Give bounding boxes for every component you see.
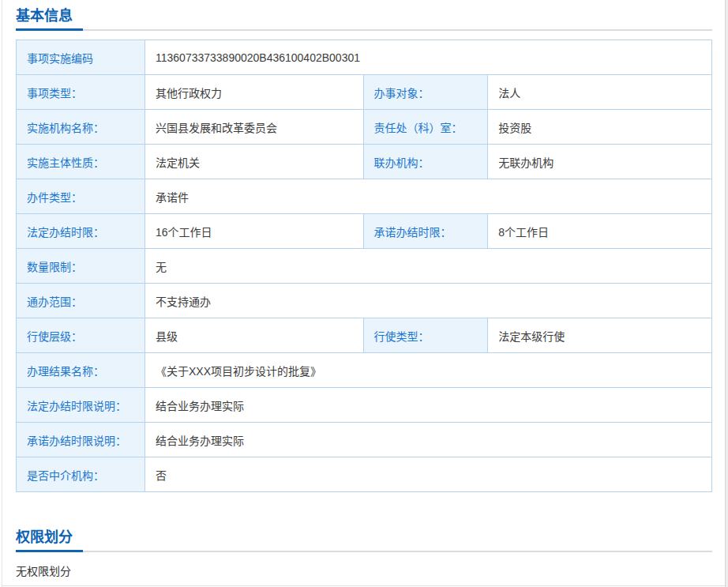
field-value: 法定本级行使 bbox=[488, 318, 712, 353]
field-value: 8个工作日 bbox=[488, 214, 712, 249]
row-subject-nature: 实施主体性质： 法定机关 联办机构： 无联办机构 bbox=[17, 145, 712, 179]
field-value: 不支持通办 bbox=[144, 284, 711, 318]
row-exercise-level: 行使层级： 县级 行使类型： 法定本级行使 bbox=[17, 318, 712, 353]
field-label: 法定办结时限说明： bbox=[17, 388, 145, 423]
row-processing-type: 办件类型： 承诺件 bbox=[17, 179, 712, 214]
row-quantity-limit: 数量限制： 无 bbox=[17, 249, 712, 284]
row-item-code: 事项实施编码 11360733733890020B436100402B00301 bbox=[17, 40, 712, 75]
field-value: 16个工作日 bbox=[144, 214, 363, 249]
field-value: 兴国县发展和改革委员会 bbox=[144, 110, 363, 145]
field-value: 县级 bbox=[144, 318, 363, 353]
field-value: 投资股 bbox=[488, 110, 712, 145]
field-label: 数量限制： bbox=[17, 249, 145, 284]
row-promised-limit-note: 承诺办结时限说明： 结合业务办理实际 bbox=[17, 423, 712, 457]
section-title-permission: 权限划分 bbox=[16, 521, 712, 552]
field-label: 承诺办结时限说明： bbox=[17, 423, 145, 457]
field-value: 结合业务办理实际 bbox=[144, 388, 711, 423]
field-label: 事项类型： bbox=[17, 75, 145, 110]
field-label: 实施主体性质： bbox=[17, 145, 145, 179]
section-basic-info: 基本信息 事项实施编码 11360733733890020B436100402B… bbox=[16, 0, 712, 492]
field-label: 办件类型： bbox=[17, 179, 145, 214]
field-label: 实施机构名称： bbox=[17, 110, 145, 145]
field-label: 行使层级： bbox=[17, 318, 145, 353]
row-time-limits: 法定办结时限： 16个工作日 承诺办结时限： 8个工作日 bbox=[17, 214, 712, 249]
field-label: 办事对象： bbox=[363, 75, 488, 110]
row-result-name: 办理结果名称： 《关于XXX项目初步设计的批复》 bbox=[17, 353, 712, 388]
field-value: 《关于XXX项目初步设计的批复》 bbox=[144, 353, 711, 388]
section-permission-division: 权限划分 无权限划分 bbox=[16, 521, 712, 578]
content-panel: 基本信息 事项实施编码 11360733733890020B436100402B… bbox=[2, 0, 726, 587]
field-value: 结合业务办理实际 bbox=[144, 423, 711, 457]
field-label: 事项实施编码 bbox=[17, 40, 145, 75]
field-label: 是否中介机构： bbox=[17, 457, 145, 492]
field-value: 法定机关 bbox=[144, 145, 363, 179]
field-label: 联办机构： bbox=[363, 145, 488, 179]
section-title-basic-info: 基本信息 bbox=[16, 0, 712, 31]
basic-info-table: 事项实施编码 11360733733890020B436100402B00301… bbox=[16, 40, 712, 492]
field-label: 承诺办结时限： bbox=[363, 214, 488, 249]
field-value: 承诺件 bbox=[144, 179, 711, 214]
field-value: 无联办机构 bbox=[488, 145, 712, 179]
field-label: 法定办结时限： bbox=[17, 214, 145, 249]
field-value: 否 bbox=[144, 457, 711, 492]
field-value: 11360733733890020B436100402B00301 bbox=[144, 40, 711, 75]
row-legal-limit-note: 法定办结时限说明： 结合业务办理实际 bbox=[17, 388, 712, 423]
bottom-divider bbox=[2, 585, 725, 586]
field-label: 行使类型： bbox=[363, 318, 488, 353]
row-item-type: 事项类型： 其他行政权力 办事对象： 法人 bbox=[17, 75, 712, 110]
screen: 基本信息 事项实施编码 11360733733890020B436100402B… bbox=[0, 0, 728, 587]
row-implementing-agency: 实施机构名称： 兴国县发展和改革委员会 责任处（科）室： 投资股 bbox=[17, 110, 712, 145]
field-label: 通办范围： bbox=[17, 284, 145, 318]
field-label: 责任处（科）室： bbox=[363, 110, 488, 145]
permission-empty-text: 无权限划分 bbox=[16, 564, 712, 578]
field-value: 法人 bbox=[488, 75, 712, 110]
field-value: 其他行政权力 bbox=[144, 75, 363, 110]
field-value: 无 bbox=[144, 249, 711, 284]
field-label: 办理结果名称： bbox=[17, 353, 145, 388]
row-intermediary: 是否中介机构： 否 bbox=[17, 457, 712, 492]
row-service-scope: 通办范围： 不支持通办 bbox=[17, 284, 712, 318]
